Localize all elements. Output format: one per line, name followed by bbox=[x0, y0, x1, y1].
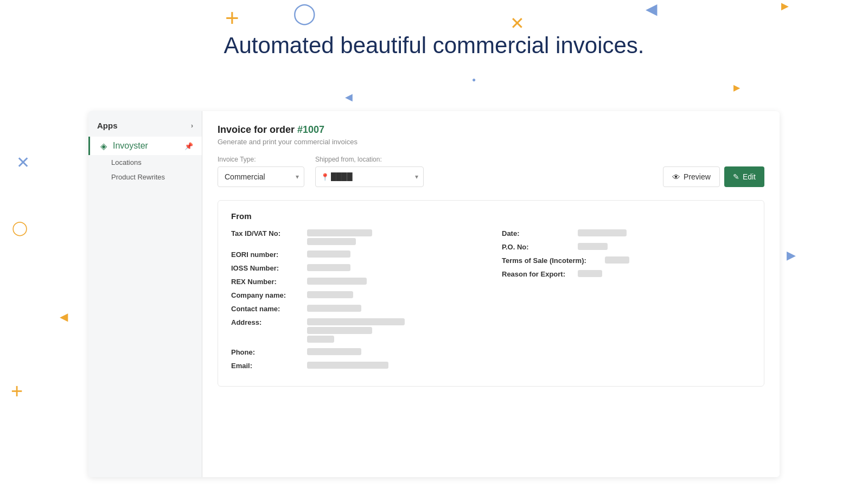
field-rex: REX Number: bbox=[231, 278, 480, 286]
invoice-type-select[interactable]: Commercial Proforma Credit Note bbox=[218, 166, 304, 187]
deco-triangle-right-3: ▶ bbox=[787, 248, 796, 262]
shipped-from-select[interactable]: ████ bbox=[315, 166, 424, 187]
address-line3 bbox=[307, 336, 334, 343]
order-id: #1007 bbox=[297, 124, 324, 135]
sidebar-item-locations[interactable]: Locations bbox=[88, 155, 202, 170]
pin-icon: 📌 bbox=[184, 142, 193, 150]
tax-id-line2 bbox=[307, 238, 356, 245]
controls-row: Invoice Type: Commercial Proforma Credit… bbox=[218, 156, 764, 187]
field-incoterm: Terms of Sale (Incoterm): bbox=[502, 256, 751, 265]
main-content: Apps › ◈ Invoyster 📌 Locations Product R… bbox=[88, 111, 780, 477]
edit-button[interactable]: ✎ Edit bbox=[724, 166, 764, 187]
deco-x-1: ✕ bbox=[510, 13, 525, 34]
from-grid: Tax ID/VAT No: EORI number: IOSS Number: bbox=[231, 229, 751, 375]
page-title: Automated beautiful commercial invoices. bbox=[0, 33, 868, 59]
field-company: Company name: bbox=[231, 291, 480, 299]
field-phone: Phone: bbox=[231, 348, 480, 356]
deco-triangle-right-2: ▶ bbox=[733, 82, 740, 93]
btn-row: 👁 Preview ✎ Edit bbox=[663, 166, 764, 187]
shipped-from-group: Shipped from, location: 📍 ████ bbox=[315, 156, 424, 187]
sidebar-apps-chevron: › bbox=[191, 122, 193, 130]
contact-value bbox=[307, 305, 361, 312]
field-email: Email: bbox=[231, 362, 480, 370]
deco-triangle-left-1: ◀ bbox=[646, 0, 658, 18]
invoice-type-select-wrapper: Commercial Proforma Credit Note bbox=[218, 166, 304, 187]
field-contact: Contact name: bbox=[231, 305, 480, 313]
preview-icon: 👁 bbox=[672, 172, 680, 182]
sidebar-item-product-rewrites[interactable]: Product Rewrites bbox=[88, 170, 202, 184]
invoice-subtitle: Generate and print your commercial invoi… bbox=[218, 138, 764, 146]
invoice-type-label: Invoice Type: bbox=[218, 156, 304, 163]
deco-circle-outline-2: ◯ bbox=[12, 220, 28, 236]
location-pin-icon: 📍 bbox=[321, 173, 329, 181]
field-po: P.O. No: bbox=[502, 243, 751, 251]
invoice-type-group: Invoice Type: Commercial Proforma Credit… bbox=[218, 156, 304, 187]
field-eori: EORI number: bbox=[231, 251, 480, 259]
date-value bbox=[578, 229, 627, 236]
from-title: From bbox=[231, 211, 751, 221]
right-panel: Invoice for order #1007 Generate and pri… bbox=[202, 111, 780, 477]
phone-value bbox=[307, 348, 361, 355]
deco-circle-outline-1: ◯ bbox=[293, 1, 316, 25]
field-date: Date: bbox=[502, 229, 751, 237]
address-line1 bbox=[307, 318, 405, 325]
shipped-from-select-wrapper: 📍 ████ bbox=[315, 166, 424, 187]
preview-button[interactable]: 👁 Preview bbox=[663, 166, 720, 187]
from-right-column: Date: P.O. No: Terms of Sale (Incoterm):… bbox=[502, 229, 751, 375]
incoterm-value bbox=[605, 256, 629, 264]
deco-plus-1: + bbox=[225, 4, 239, 31]
rex-value bbox=[307, 278, 367, 285]
shipped-from-label: Shipped from, location: bbox=[315, 156, 424, 163]
company-value bbox=[307, 291, 353, 298]
reason-value bbox=[578, 270, 602, 277]
deco-triangle-left-3: ◀ bbox=[60, 310, 68, 323]
sidebar-apps-header[interactable]: Apps › bbox=[88, 111, 202, 137]
field-ioss: IOSS Number: bbox=[231, 264, 480, 272]
edit-icon: ✎ bbox=[733, 172, 739, 181]
field-reason-export: Reason for Export: bbox=[502, 270, 751, 278]
sidebar: Apps › ◈ Invoyster 📌 Locations Product R… bbox=[88, 111, 202, 477]
sidebar-item-invoyster[interactable]: ◈ Invoyster 📌 bbox=[88, 137, 202, 155]
field-tax-id: Tax ID/VAT No: bbox=[231, 229, 480, 245]
from-section: From Tax ID/VAT No: EORI number: bbox=[218, 200, 764, 387]
tax-id-line1 bbox=[307, 229, 372, 236]
from-left-column: Tax ID/VAT No: EORI number: IOSS Number: bbox=[231, 229, 480, 375]
deco-x-2: ✕ bbox=[16, 153, 30, 172]
po-value bbox=[578, 243, 608, 250]
field-address: Address: bbox=[231, 318, 480, 343]
ioss-value bbox=[307, 264, 350, 271]
deco-circle-1: ● bbox=[472, 76, 476, 84]
invoice-title: Invoice for order #1007 bbox=[218, 124, 764, 136]
deco-triangle-right-1: ▶ bbox=[781, 0, 789, 12]
sidebar-item-label: Invoyster bbox=[113, 141, 148, 151]
page-header: Automated beautiful commercial invoices. bbox=[0, 33, 868, 59]
email-value bbox=[307, 362, 388, 369]
eori-value bbox=[307, 251, 350, 258]
sidebar-apps-label: Apps bbox=[97, 121, 118, 130]
invoyster-icon: ◈ bbox=[99, 141, 108, 151]
address-line2 bbox=[307, 327, 372, 334]
deco-triangle-left-2: ◀ bbox=[345, 91, 353, 103]
deco-plus-2: + bbox=[11, 380, 23, 403]
